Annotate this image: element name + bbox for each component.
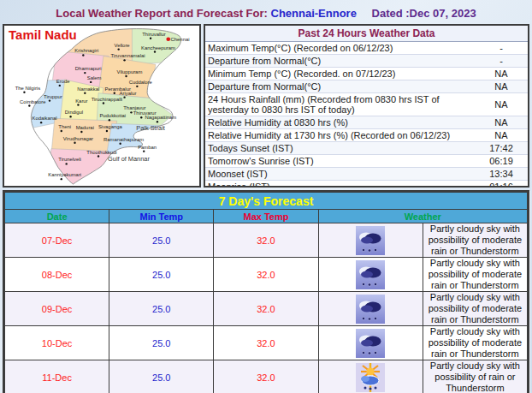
forecast-date-cell: 10-Dec xyxy=(5,326,109,360)
forecast-column-headers: Date Min Temp Max Temp Weather xyxy=(5,210,528,223)
forecast-max-temp-cell: 32.0 xyxy=(214,360,318,393)
district-dot xyxy=(154,51,156,52)
district-label: Nagapattinam xyxy=(145,115,177,120)
district-label: Kancheepuram xyxy=(141,45,175,51)
past24-row-label: Relative Humidity at 0830 hrs (%) xyxy=(205,116,475,128)
forecast-weather-text: Partly cloudy sky with possibility of mo… xyxy=(423,326,527,360)
col-header-weather: Weather xyxy=(318,210,527,223)
past24-row-label: Moonset (IST) xyxy=(205,168,475,180)
past24-row-label: Moonrise (IST) xyxy=(205,181,475,188)
district-dot xyxy=(130,111,132,113)
past24-row: Tomorrow's Sunrise (IST)06:19 xyxy=(205,155,528,168)
past24-row-value: 01:16 xyxy=(475,182,528,188)
past24-row-value: - xyxy=(475,43,528,53)
district-label: Viluppuram xyxy=(117,69,143,74)
past24-row-value: - xyxy=(475,56,528,66)
forecast-min-temp-cell: 25.0 xyxy=(109,326,214,360)
forecast-min-temp-cell: 25.0 xyxy=(109,258,214,292)
forecast-date-cell: 09-Dec xyxy=(5,292,109,326)
district-dot xyxy=(61,130,62,132)
forecast-title: 7 Day's Forecast xyxy=(5,193,528,210)
district-label: Ramanathapuram xyxy=(103,137,144,142)
past24-row: Moonrise (IST)01:16 xyxy=(205,181,528,188)
past24-row-value: 13:34 xyxy=(475,169,528,179)
past24-row-label: Departure from Normal(°C) xyxy=(205,80,475,92)
district-label: Tiruvannamalai xyxy=(110,53,145,58)
rain-cloud-icon xyxy=(356,260,385,289)
forecast-panel: 7 Day's Forecast Date Min Temp Max Temp … xyxy=(3,190,529,393)
past24-row-value: NA xyxy=(475,117,528,128)
district-label: Kanniyakumari xyxy=(48,172,81,177)
forecast-icon-cell xyxy=(318,223,423,258)
past24-row: Relative Humidity at 0830 hrs (%)NA xyxy=(205,116,528,129)
district-dot xyxy=(114,92,115,94)
district-label: Tiruchirappalli xyxy=(92,97,122,102)
forecast-min-temp-cell: 25.0 xyxy=(109,223,214,258)
district-label: Virudhunagar xyxy=(63,136,93,141)
forecast-date-cell: 08-Dec xyxy=(5,258,109,292)
district-dot xyxy=(123,96,125,98)
past24-row: 24 Hours Rainfall (mm) (Recorded from 08… xyxy=(205,93,528,116)
forecast-row: 07-Dec25.032.0 Partly cloudy sky with po… xyxy=(5,223,528,258)
forecast-row: 09-Dec25.032.0 Partly cloudy sky with po… xyxy=(5,292,528,326)
past24-row-label: Todays Sunset (IST) xyxy=(205,142,475,154)
forecast-icon-cell xyxy=(318,360,423,393)
past24-row: Relative Humidity at 1730 hrs (%) (Recor… xyxy=(205,129,528,142)
district-label: Tirunelveli xyxy=(58,157,81,162)
district-dot xyxy=(140,116,142,118)
district-dot xyxy=(49,99,50,101)
district-label: Thiruvallur xyxy=(142,32,166,37)
district-dot xyxy=(61,178,62,180)
district-dot xyxy=(84,92,86,94)
forecast-max-temp-cell: 32.0 xyxy=(214,326,318,360)
district-label: Pamban xyxy=(138,145,157,150)
district-label: Tiruppur xyxy=(44,94,62,99)
weather-report-page: { "header": { "title_prefix": "Local Wea… xyxy=(0,0,532,393)
forecast-weather-text: Partly cloudy sky with possibility of mo… xyxy=(423,292,527,326)
rain-cloud-icon xyxy=(356,226,385,255)
past24-row: Moonset (IST)13:34 xyxy=(205,168,528,181)
district-label: Namakkal xyxy=(77,86,99,92)
district-dot xyxy=(23,92,25,93)
forecast-max-temp-cell: 32.0 xyxy=(214,292,318,326)
past24-row-value: NA xyxy=(475,81,528,92)
past-24hrs-rows: Maximum Temp(°C) (Recorded on 06/12/23)-… xyxy=(205,42,528,188)
district-label: Pudukkottai xyxy=(99,113,126,118)
district-dot xyxy=(84,72,86,74)
forecast-row: 08-Dec25.032.0 Partly cloudy sky with po… xyxy=(5,258,528,292)
past24-row-label: 24 Hours Rainfall (mm) (Recorded from 08… xyxy=(205,93,475,116)
forecast-min-temp-cell: 25.0 xyxy=(109,360,214,393)
report-date: Dated :Dec 07, 2023 xyxy=(372,7,476,20)
forecast-icon-cell xyxy=(318,326,423,360)
district-label: Dindigul xyxy=(65,110,83,115)
district-dot xyxy=(80,131,82,133)
past-24hrs-title: Past 24 Hours Weather Data xyxy=(205,26,528,42)
forecast-weather-text: Partly cloudy sky with possibility of ra… xyxy=(423,360,527,393)
sea-label: Gulf of Mannar xyxy=(108,155,150,163)
rain-cloud-icon xyxy=(356,295,385,324)
district-dot xyxy=(69,116,71,117)
district-dot xyxy=(157,121,158,122)
district-dot xyxy=(150,38,151,39)
district-dot xyxy=(40,122,42,123)
past24-row-label: Relative Humidity at 1730 hrs (%) (Recor… xyxy=(205,129,475,141)
forecast-date-cell: 07-Dec xyxy=(5,223,109,258)
past24-row-label: Tomorrow's Sunrise (IST) xyxy=(205,155,475,167)
district-label: Thoothukkudi xyxy=(86,150,116,155)
district-dot xyxy=(90,81,92,83)
past24-row-value: 06:19 xyxy=(475,156,528,166)
page-title: Local Weather Report and Forecast For: C… xyxy=(0,0,532,24)
col-header-max-temp: Max Temp xyxy=(214,210,318,223)
district-label: Karur xyxy=(75,98,87,104)
past-24hrs-panel: Past 24 Hours Weather Data Maximum Temp(… xyxy=(204,24,529,188)
col-header-min-temp: Min Temp xyxy=(109,210,214,223)
forecast-row: 11-Dec25.032.0 Partly cloudy sky with po… xyxy=(5,360,528,393)
forecast-icon-cell xyxy=(318,292,423,326)
tamilnadu-map-panel: Tamil Nadu ThiruvallurChennaiKanche xyxy=(3,24,201,188)
sea-label: Palk Strait xyxy=(136,124,165,132)
district-label: Chennai xyxy=(171,37,190,42)
district-label: Salem xyxy=(87,75,102,80)
district-label: Kodaikanal xyxy=(32,116,56,121)
district-dot xyxy=(74,142,75,144)
rain-cloud-icon xyxy=(356,329,385,358)
